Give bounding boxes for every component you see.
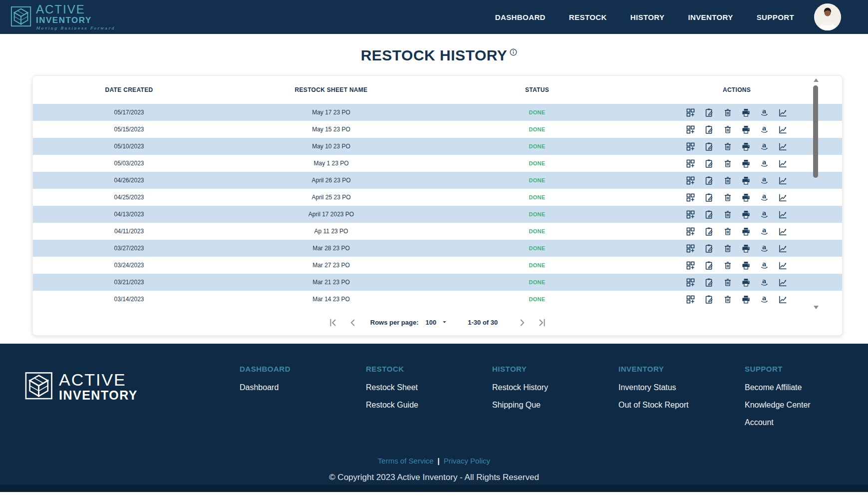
print-icon[interactable] — [741, 107, 751, 117]
chart-icon[interactable] — [778, 175, 788, 185]
chart-icon[interactable] — [778, 260, 788, 270]
amazon-icon[interactable]: a — [760, 277, 770, 287]
amazon-icon[interactable]: a — [760, 226, 770, 236]
print-icon[interactable] — [741, 243, 751, 253]
add-to-dashboard-icon[interactable] — [686, 294, 696, 304]
add-to-dashboard-icon[interactable] — [686, 141, 696, 151]
delete-icon[interactable] — [723, 192, 733, 202]
chart-icon[interactable] — [778, 294, 788, 304]
print-icon[interactable] — [741, 158, 751, 168]
chart-icon[interactable] — [778, 277, 788, 287]
print-icon[interactable] — [741, 124, 751, 134]
print-icon[interactable] — [741, 294, 751, 304]
chart-icon[interactable] — [778, 124, 788, 134]
chart-icon[interactable] — [778, 243, 788, 253]
rows-per-page-select[interactable]: 100 — [426, 318, 448, 327]
edit-sheet-icon[interactable] — [704, 141, 714, 151]
delete-icon[interactable] — [723, 209, 733, 219]
print-icon[interactable] — [741, 260, 751, 270]
add-to-dashboard-icon[interactable] — [686, 243, 696, 253]
terms-of-service-link[interactable]: Terms of Service — [378, 457, 434, 465]
next-page-button[interactable] — [516, 316, 529, 329]
chart-icon[interactable] — [778, 192, 788, 202]
delete-icon[interactable] — [723, 277, 733, 287]
add-to-dashboard-icon[interactable] — [686, 124, 696, 134]
amazon-icon[interactable]: a — [760, 209, 770, 219]
footer-link-restock-sheet[interactable]: Restock Sheet — [366, 383, 492, 392]
add-to-dashboard-icon[interactable] — [686, 260, 696, 270]
edit-sheet-icon[interactable] — [704, 192, 714, 202]
footer-link-become-affiliate[interactable]: Become Affiliate — [745, 383, 868, 392]
nav-item-inventory[interactable]: INVENTORY — [688, 13, 733, 21]
delete-icon[interactable] — [723, 124, 733, 134]
amazon-icon[interactable]: a — [760, 243, 770, 253]
add-to-dashboard-icon[interactable] — [686, 192, 696, 202]
amazon-icon[interactable]: a — [760, 175, 770, 185]
amazon-icon[interactable]: a — [760, 260, 770, 270]
edit-sheet-icon[interactable] — [704, 243, 714, 253]
table-scrollbar[interactable] — [813, 78, 820, 309]
edit-sheet-icon[interactable] — [704, 226, 714, 236]
footer-link-dashboard[interactable]: Dashboard — [240, 383, 366, 392]
amazon-icon[interactable]: a — [760, 158, 770, 168]
add-to-dashboard-icon[interactable] — [686, 107, 696, 117]
footer-link-inventory-status[interactable]: Inventory Status — [618, 383, 745, 392]
privacy-policy-link[interactable]: Privacy Policy — [444, 457, 490, 465]
nav-item-history[interactable]: HISTORY — [630, 13, 665, 21]
amazon-icon[interactable]: a — [760, 192, 770, 202]
footer-link-out-of-stock-report[interactable]: Out of Stock Report — [618, 401, 745, 410]
delete-icon[interactable] — [723, 260, 733, 270]
delete-icon[interactable] — [723, 158, 733, 168]
delete-icon[interactable] — [723, 226, 733, 236]
edit-sheet-icon[interactable] — [704, 294, 714, 304]
info-icon[interactable] — [510, 42, 517, 59]
delete-icon[interactable] — [723, 294, 733, 304]
nav-item-dashboard[interactable]: DASHBOARD — [495, 13, 546, 21]
print-icon[interactable] — [741, 226, 751, 236]
nav-item-support[interactable]: SUPPORT — [757, 13, 794, 21]
amazon-icon[interactable]: a — [760, 107, 770, 117]
footer-brand-logo[interactable]: ACTIVE INVENTORY — [24, 370, 138, 403]
scrollbar-down-arrow-icon[interactable] — [814, 306, 819, 309]
first-page-button[interactable] — [326, 316, 339, 329]
print-icon[interactable] — [741, 192, 751, 202]
add-to-dashboard-icon[interactable] — [686, 277, 696, 287]
print-icon[interactable] — [741, 175, 751, 185]
edit-sheet-icon[interactable] — [704, 277, 714, 287]
edit-sheet-icon[interactable] — [704, 260, 714, 270]
chart-icon[interactable] — [778, 226, 788, 236]
edit-sheet-icon[interactable] — [704, 158, 714, 168]
last-page-button[interactable] — [536, 316, 549, 329]
edit-sheet-icon[interactable] — [704, 209, 714, 219]
chart-icon[interactable] — [778, 141, 788, 151]
amazon-icon[interactable]: a — [760, 141, 770, 151]
print-icon[interactable] — [741, 277, 751, 287]
delete-icon[interactable] — [723, 141, 733, 151]
delete-icon[interactable] — [723, 107, 733, 117]
delete-icon[interactable] — [723, 243, 733, 253]
footer-link-knowledge-center[interactable]: Knowledge Center — [745, 401, 868, 410]
scrollbar-thumb[interactable] — [813, 85, 818, 178]
chart-icon[interactable] — [778, 209, 788, 219]
amazon-icon[interactable]: a — [760, 124, 770, 134]
brand-logo[interactable]: ACTIVE INVENTORY Moving Business Forward — [10, 3, 115, 30]
print-icon[interactable] — [741, 209, 751, 219]
add-to-dashboard-icon[interactable] — [686, 209, 696, 219]
nav-item-restock[interactable]: RESTOCK — [569, 13, 607, 21]
chart-icon[interactable] — [778, 107, 788, 117]
footer-link-restock-guide[interactable]: Restock Guide — [366, 401, 492, 410]
previous-page-button[interactable] — [346, 316, 359, 329]
chart-icon[interactable] — [778, 158, 788, 168]
user-avatar[interactable] — [814, 3, 841, 30]
print-icon[interactable] — [741, 141, 751, 151]
footer-link-restock-history[interactable]: Restock History — [492, 383, 618, 392]
edit-sheet-icon[interactable] — [704, 107, 714, 117]
edit-sheet-icon[interactable] — [704, 124, 714, 134]
amazon-icon[interactable]: a — [760, 294, 770, 304]
delete-icon[interactable] — [723, 175, 733, 185]
footer-link-account[interactable]: Account — [745, 418, 868, 427]
footer-link-shipping-que[interactable]: Shipping Que — [492, 401, 618, 410]
add-to-dashboard-icon[interactable] — [686, 226, 696, 236]
add-to-dashboard-icon[interactable] — [686, 175, 696, 185]
edit-sheet-icon[interactable] — [704, 175, 714, 185]
